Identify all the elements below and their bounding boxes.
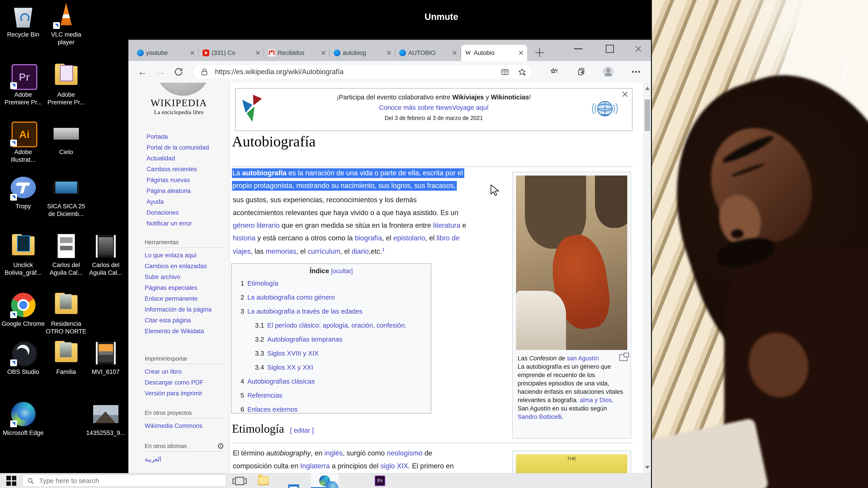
minimize-button[interactable] bbox=[569, 42, 587, 56]
toc-link[interactable]: Siglos XVIII y XIX bbox=[267, 350, 318, 357]
sidebar-link-portal[interactable]: Portal de la comunidad bbox=[147, 144, 228, 152]
toc-hide-link[interactable]: [ocultar] bbox=[331, 268, 353, 274]
tab-close-icon[interactable] bbox=[190, 51, 195, 55]
start-button[interactable] bbox=[6, 476, 16, 486]
sidebar-link-ayuda[interactable]: Ayuda bbox=[147, 198, 228, 206]
refresh-button[interactable] bbox=[172, 65, 185, 78]
wikipedia-globe-logo[interactable] bbox=[156, 83, 210, 96]
wiki-link[interactable]: biografía bbox=[355, 234, 382, 242]
sidebar-link[interactable]: Lo que enlaza aquí bbox=[145, 252, 226, 259]
desktop-icon-illustrator[interactable]: Ai Adobe Illustrat... bbox=[1, 120, 45, 164]
toc-link[interactable]: La autobiografía a través de las edades bbox=[247, 308, 362, 315]
toc-link[interactable]: Siglos XX y XXI bbox=[267, 364, 313, 371]
scroll-down-arrow[interactable] bbox=[645, 466, 650, 469]
desktop-icon-vlc[interactable]: VLC media player bbox=[44, 3, 88, 46]
desktop-icon-carlos-doc[interactable]: Carlos del Aguila Cal... bbox=[44, 233, 88, 276]
sidebar-link[interactable]: Crear un libro bbox=[145, 368, 226, 376]
wiki-link[interactable]: Inglaterra bbox=[300, 462, 330, 470]
edge-taskbar-active[interactable] bbox=[311, 473, 338, 488]
wiki-link[interactable]: literatura bbox=[433, 221, 460, 229]
add-favorite-star-icon[interactable] bbox=[518, 68, 526, 76]
wiki-link[interactable]: san Agustín bbox=[567, 355, 599, 362]
wiki-link[interactable]: neologismo bbox=[387, 449, 423, 457]
sidebar-link-portada[interactable]: Portada bbox=[147, 133, 228, 141]
sidebar-link-paginas-nuevas[interactable]: Páginas nuevas bbox=[147, 176, 228, 184]
premiere-taskbar-icon[interactable]: Pr bbox=[375, 475, 385, 486]
collections-icon[interactable] bbox=[577, 67, 586, 76]
desktop-icon-residencia-folder[interactable]: Residencia OTRO NORTE bbox=[44, 292, 88, 335]
search-input[interactable] bbox=[39, 476, 216, 485]
wiki-link[interactable]: memorias bbox=[266, 248, 296, 255]
language-settings-gear-icon[interactable]: ⚙ bbox=[217, 442, 224, 451]
wiki-link[interactable]: historia bbox=[233, 234, 255, 242]
tab-close-icon[interactable] bbox=[519, 51, 524, 55]
sidebar-link-donaciones[interactable]: Donaciones bbox=[147, 209, 228, 217]
taskbar-search[interactable] bbox=[23, 475, 226, 487]
mail-icon[interactable] bbox=[288, 484, 299, 488]
sidebar-link-cambios[interactable]: Cambios recientes bbox=[147, 165, 228, 173]
edit-link[interactable]: [ editar ] bbox=[290, 427, 314, 434]
scroll-up-arrow[interactable] bbox=[645, 87, 650, 90]
forward-button[interactable]: → bbox=[154, 65, 167, 78]
tab-youtube-video[interactable]: (331) Co bbox=[199, 45, 264, 61]
sidebar-link[interactable]: Elemento de Wikidata bbox=[145, 327, 226, 335]
desktop-icon-tropy[interactable]: Tropy bbox=[1, 174, 45, 210]
desktop-icon-premiere-folder[interactable]: Adobe Premiere Pr... bbox=[44, 63, 88, 106]
sidebar-link[interactable]: Enlace permanente bbox=[145, 295, 226, 303]
scrollbar[interactable] bbox=[643, 83, 651, 473]
tab-close-icon[interactable] bbox=[255, 51, 260, 55]
sidebar-link[interactable]: Versión para imprimir bbox=[145, 390, 226, 397]
sidebar-link-pagina-aleatoria[interactable]: Página aleatoria bbox=[147, 187, 228, 195]
desktop-icon-cielo[interactable]: Cielo bbox=[44, 120, 88, 156]
sidebar-link-commons[interactable]: Wikimedia Commons bbox=[145, 422, 226, 430]
desktop-icon-mvi-film[interactable]: MVI_6107 bbox=[84, 340, 128, 376]
sidebar-link-notificar[interactable]: Notificar un error bbox=[147, 220, 228, 228]
sidebar-link[interactable]: Cambios en enlazadas bbox=[145, 262, 226, 270]
banner-link[interactable]: Conoce más sobre NewsVoyage aquí bbox=[236, 104, 632, 111]
wiki-link[interactable]: libro de bbox=[436, 234, 460, 242]
sidebar-link[interactable]: Citar esta página bbox=[145, 317, 226, 324]
tab-gmail[interactable]: Recibidos bbox=[265, 45, 330, 61]
immersive-reader-icon[interactable] bbox=[501, 68, 509, 76]
task-view-button[interactable] bbox=[234, 475, 245, 486]
desktop-icon-carlos-film[interactable]: Carlos del Aguila Cal... bbox=[84, 233, 128, 276]
sidebar-link[interactable]: Información de la página bbox=[145, 306, 226, 314]
wiki-link[interactable]: diario bbox=[351, 248, 369, 255]
banner-close-icon[interactable] bbox=[622, 91, 628, 98]
close-button[interactable] bbox=[629, 42, 647, 56]
book-cover-image[interactable]: THE bbox=[516, 454, 627, 473]
wiki-link[interactable]: género literario bbox=[233, 221, 280, 229]
tab-close-icon[interactable] bbox=[452, 51, 457, 55]
tab-wikipedia-active[interactable]: W Autobio bbox=[461, 45, 527, 61]
wiki-link[interactable]: siglo XIX bbox=[380, 462, 408, 470]
maximize-button[interactable] bbox=[601, 42, 619, 56]
favorites-list-icon[interactable] bbox=[550, 67, 559, 76]
toc-link[interactable]: El período clásico: apología, oración, c… bbox=[267, 322, 406, 329]
toc-link[interactable]: Autobiografías clásicas bbox=[247, 378, 315, 385]
tab-autobiografia-search[interactable]: autobiog bbox=[330, 45, 395, 61]
desktop-icon-unclick-folder[interactable]: Unclick Bolivia_gráf... bbox=[1, 233, 45, 276]
botticelli-painting-image[interactable] bbox=[516, 175, 627, 350]
tab-youtube[interactable]: youtube bbox=[133, 45, 198, 61]
wiki-link[interactable]: alma y Dios bbox=[580, 397, 612, 403]
toc-link[interactable]: Enlaces externos bbox=[247, 406, 298, 413]
desktop-icon-edge[interactable]: Microsoft Edge bbox=[1, 401, 45, 437]
toc-link[interactable]: Etimología bbox=[247, 280, 278, 287]
wiki-link[interactable]: Sandro Botticelli bbox=[518, 414, 562, 420]
toc-link[interactable]: Autobiografías tempranas bbox=[267, 336, 342, 343]
wiki-link[interactable]: currículum bbox=[308, 248, 340, 255]
reference-link[interactable]: 1 bbox=[382, 247, 385, 252]
wikipedia-wordmark[interactable]: WIKIPEDIA bbox=[128, 97, 229, 109]
sidebar-link-actualidad[interactable]: Actualidad bbox=[147, 155, 228, 162]
desktop-icon-premiere[interactable]: Pr Adobe Premiere Pr... bbox=[1, 63, 45, 106]
desktop-icon-obs[interactable]: OBS Studio bbox=[1, 340, 45, 376]
wiki-link[interactable]: inglés bbox=[324, 449, 343, 457]
wiki-link[interactable]: epistolario bbox=[393, 234, 425, 242]
toc-link[interactable]: Referencias bbox=[247, 392, 282, 399]
tab-autobio-search-2[interactable]: AUTOBIO bbox=[396, 45, 461, 61]
wiki-link[interactable]: viajes bbox=[233, 248, 251, 255]
unmute-button[interactable]: Unmute bbox=[425, 12, 458, 22]
sidebar-link-arabic[interactable]: العربية bbox=[145, 455, 226, 463]
desktop-icon-familia-folder[interactable]: Familia bbox=[44, 340, 88, 376]
desktop-icon-recycle-bin[interactable]: Recycle Bin bbox=[1, 3, 45, 38]
